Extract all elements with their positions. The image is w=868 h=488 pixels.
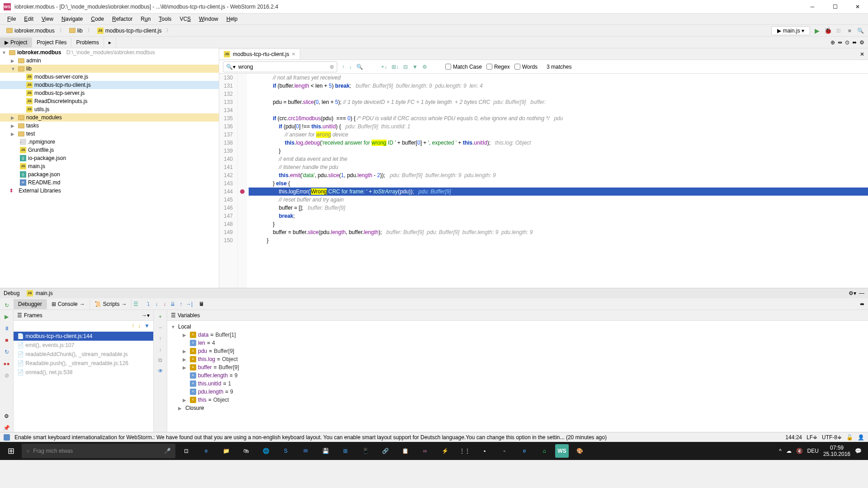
app-icon[interactable]: 📋 — [396, 443, 414, 459]
app-icon[interactable]: ⊞ — [336, 443, 354, 459]
regex-check[interactable]: Regex — [486, 64, 510, 70]
close-tab-icon[interactable]: × — [292, 51, 295, 57]
webstorm-icon[interactable]: WS — [555, 444, 569, 458]
tab-project-files[interactable]: Project Files — [32, 38, 71, 47]
run-config-select[interactable]: ▶ main.js ▾ — [771, 26, 810, 35]
stop-icon[interactable]: ■ — [3, 336, 11, 344]
frame-item[interactable]: 📄 onread(), net.js:538 — [14, 368, 153, 377]
words-check[interactable]: Words — [514, 64, 538, 70]
rerun-icon[interactable]: ↻ — [3, 301, 11, 310]
stop2-button[interactable]: ■ — [845, 27, 854, 35]
hide-icon[interactable]: ⬌ — [852, 39, 857, 46]
variable-item[interactable]: ≡ buffer.length = 9 — [169, 371, 866, 380]
task-view-icon[interactable]: ⊡ — [177, 443, 195, 459]
add-watch-icon[interactable]: + — [156, 313, 165, 321]
file-item[interactable]: JSReadDiscreteInputs.js — [0, 97, 219, 105]
menu-help[interactable]: Help — [223, 15, 241, 23]
pause-icon[interactable]: ⏸ — [3, 324, 11, 333]
step-into-my-icon[interactable]: ↓ — [160, 300, 169, 308]
select-all-icon[interactable]: ⊞↓ — [392, 64, 399, 70]
menu-edit[interactable]: Edit — [20, 15, 37, 23]
explorer-icon[interactable]: 📁 — [217, 443, 235, 459]
ie-icon[interactable]: e — [515, 443, 533, 459]
frames-icon[interactable]: ☰ — [132, 300, 140, 308]
debug-button[interactable]: 🐞 — [824, 27, 832, 35]
notifications-icon[interactable]: 💬 — [855, 448, 862, 454]
menu-window[interactable]: Window — [195, 15, 222, 23]
settings-icon[interactable]: ⚙ — [422, 64, 427, 70]
tab-project[interactable]: ▶ Project — [0, 38, 32, 47]
breakpoints-icon[interactable]: ●● — [3, 360, 11, 368]
clock[interactable]: 07:5925.10.2016 — [823, 445, 850, 458]
next-match-icon[interactable]: ↓ — [349, 64, 352, 70]
app-icon[interactable]: ⌂ — [535, 443, 553, 459]
lock-icon[interactable]: 🔓 — [846, 434, 853, 441]
app-icon[interactable]: ⋮⋮ — [456, 443, 474, 459]
find-icon[interactable]: 🔍 — [356, 64, 363, 70]
match-case-check[interactable]: Match Case — [445, 64, 482, 70]
variable-item[interactable]: ≡ pdu.length = 9 — [169, 388, 866, 396]
app-icon[interactable]: ▫ — [495, 443, 514, 459]
frame-item[interactable]: 📄 readableAddChunk(), _stream_readable.j… — [14, 350, 153, 359]
remove-watch-icon[interactable]: − — [156, 324, 165, 332]
copy-icon[interactable]: ⧉ — [156, 356, 165, 364]
project-tree[interactable]: ▼iobroker.modbus D:\_\node_modules\iobro… — [0, 48, 219, 288]
frame-item[interactable]: 📄 emit(), events.js:107 — [14, 341, 153, 350]
encoding[interactable]: UTF-8≑ — [822, 434, 842, 441]
filter-icon[interactable]: ▼ — [412, 64, 418, 70]
down-icon[interactable]: ↓ — [156, 345, 165, 353]
info-icon[interactable] — [4, 434, 10, 441]
vs-icon[interactable]: ∞ — [416, 443, 434, 459]
search-input[interactable] — [237, 63, 328, 71]
breadcrumb-file[interactable]: JSmodbus-tcp-rtu-client.js — [94, 27, 165, 35]
gear-icon[interactable]: ⚙ — [859, 39, 864, 46]
prev-match-icon[interactable]: ↑ — [342, 64, 344, 70]
evaluate-icon[interactable]: 🖩 — [198, 300, 206, 308]
tab-more[interactable]: ▸ — [104, 38, 116, 47]
variable-item[interactable]: ▶≡ this.log = Object — [169, 355, 866, 363]
frame-item[interactable]: 📄 Readable.push(), _stream_readable.js:1… — [14, 359, 153, 368]
menu-tools[interactable]: Tools — [155, 15, 175, 23]
edge-icon[interactable]: e — [197, 443, 215, 459]
start-button[interactable]: ⊞ — [2, 443, 20, 459]
breadcrumb-root[interactable]: iobroker.modbus — [4, 27, 57, 35]
menu-vcs[interactable]: VCS — [176, 15, 194, 23]
file-item[interactable]: JSGruntfile.js — [0, 146, 219, 154]
menu-file[interactable]: File — [4, 15, 19, 23]
terminal-icon[interactable]: ▪ — [476, 443, 494, 459]
variable-item[interactable]: ≡ this.unitId = 1 — [169, 380, 866, 388]
search-everywhere-icon[interactable]: 🔍 — [856, 27, 864, 35]
add-selection-icon[interactable]: +↓ — [381, 64, 387, 70]
menu-view[interactable]: View — [38, 15, 57, 23]
variable-item[interactable]: ▶≡ buffer = Buffer[9] — [169, 363, 866, 371]
collapse-icon[interactable]: ⊕ — [830, 39, 835, 46]
frame-item[interactable]: 📄 modbus-tcp-rtu-client.js:144 — [14, 332, 153, 341]
menu-code[interactable]: Code — [87, 15, 108, 23]
file-item[interactable]: JSmodbus-tcp-server.js — [0, 89, 219, 97]
app-icon[interactable]: 📱 — [356, 443, 374, 459]
locate-icon[interactable]: ⊙ — [845, 39, 849, 46]
tab-debugger[interactable]: Debugger — [14, 299, 47, 309]
inspections-icon[interactable]: 👤 — [858, 434, 864, 441]
step-out-icon[interactable]: ↑ — [177, 300, 185, 308]
mute-bp-icon[interactable]: ⊘ — [3, 371, 11, 380]
run-button[interactable]: ▶ — [813, 27, 821, 35]
gear-icon[interactable]: ⚙▾ — [849, 290, 856, 296]
menu-refactor[interactable]: Refactor — [108, 15, 136, 23]
gear-icon[interactable]: ⚙ — [3, 412, 11, 420]
tab-console[interactable]: ⊞ Console → — [47, 299, 90, 309]
settings-icon[interactable]: ⇹ — [838, 39, 842, 46]
step-over-icon[interactable]: ⤵ — [144, 300, 152, 308]
lang-indicator[interactable]: DEU — [807, 448, 819, 454]
variable-item[interactable]: ▶≡ data = Buffer[1] — [169, 331, 866, 339]
onedrive-icon[interactable]: ☁ — [786, 448, 792, 454]
close-search-icon[interactable]: ✕ — [856, 51, 868, 57]
close-button[interactable]: ✕ — [851, 4, 864, 10]
clear-icon[interactable]: ⊗ — [330, 64, 334, 70]
resume-icon[interactable]: ▶ — [3, 313, 11, 321]
skype-icon[interactable]: S — [277, 443, 295, 459]
variable-item[interactable]: ≡ len = 4 — [169, 339, 866, 347]
file-item[interactable]: ·.npmignore — [0, 138, 219, 146]
step-into-icon[interactable]: ↓ — [152, 300, 160, 308]
filter-icon[interactable]: ▼ — [144, 323, 150, 330]
